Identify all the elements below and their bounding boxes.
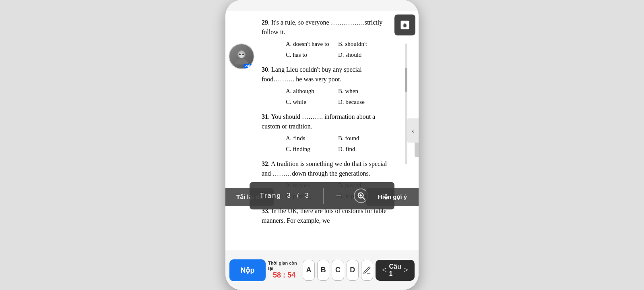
q30-option-a[interactable]: A. although — [286, 87, 330, 96]
q29-text: 29. It's a rule, so everyone …………….stric… — [262, 18, 394, 37]
question-31: 31. You should ………. information about a … — [262, 112, 394, 155]
svg-point-4 — [242, 54, 244, 55]
q30-options: A. although B. when C. while D. because — [286, 87, 394, 108]
avatar: Zalo — [229, 44, 254, 69]
timer-value: 58 : 54 — [273, 271, 295, 280]
svg-point-3 — [239, 54, 241, 55]
timer-label: Thời gian còn lại — [268, 261, 300, 271]
q29-number: 29 — [262, 19, 268, 26]
svg-line-6 — [363, 197, 365, 199]
top-bar — [225, 0, 419, 11]
q33-body: . In the UK, there are lots of customs f… — [262, 207, 386, 224]
nav-next-button[interactable]: > — [401, 265, 411, 275]
submit-button[interactable]: Nộp — [229, 259, 266, 281]
toolbar-page-info: Trang 3 / 3 — [253, 192, 316, 200]
q31-option-a[interactable]: A. finds — [286, 134, 330, 143]
content-area: Zalo ‹ 29. It's a rule, so everyone …………… — [225, 11, 419, 250]
total-pages: 3 — [305, 192, 310, 199]
q29-options: A. doesn't have to B. shouldn't C. has t… — [286, 39, 394, 61]
scrollbar-track[interactable] — [405, 44, 407, 164]
q29-option-d[interactable]: D. should — [338, 50, 382, 60]
q30-text: 30. Lang Lieu couldn't buy any special f… — [262, 65, 394, 84]
q31-number: 31 — [262, 113, 268, 120]
bottom-bar: Nộp Thời gian còn lại 58 : 54 A B C D < … — [225, 250, 419, 290]
question-29: 29. It's a rule, so everyone …………….stric… — [262, 18, 394, 61]
q31-option-d[interactable]: D. find — [338, 145, 382, 154]
answer-c-button[interactable]: C — [332, 260, 344, 281]
nav-block: < Câu 1 > — [376, 260, 415, 281]
q31-body: . You should ………. information about a cu… — [262, 113, 375, 130]
q29-body: . It's a rule, so everyone …………….strictl… — [262, 19, 382, 35]
q31-text: 31. You should ………. information about a … — [262, 112, 394, 131]
nav-prev-button[interactable]: < — [380, 265, 389, 275]
q30-option-b[interactable]: B. when — [338, 87, 382, 96]
q30-option-d[interactable]: D. because — [338, 97, 382, 107]
q32-text: 32. A tradition is something we do that … — [262, 159, 394, 178]
q29-option-b[interactable]: B. shouldn't — [338, 39, 382, 49]
q32-number: 32 — [262, 160, 268, 167]
page-separator: / — [297, 192, 299, 199]
external-link-button[interactable] — [394, 14, 415, 35]
scrollbar-thumb — [405, 68, 407, 92]
current-page: 3 — [287, 192, 291, 199]
back-arrow-button[interactable]: ‹ — [407, 118, 419, 143]
zalo-badge: Zalo — [244, 64, 254, 68]
question-30: 30. Lang Lieu couldn't buy any special f… — [262, 65, 394, 108]
toolbar-divider — [323, 188, 324, 204]
q31-option-b[interactable]: B. found — [338, 134, 382, 143]
page-label: Trang — [260, 192, 281, 199]
answer-a-button[interactable]: A — [303, 260, 315, 281]
hint-button[interactable]: Hiện gợi ý — [366, 188, 419, 206]
edit-button[interactable] — [361, 260, 373, 281]
q31-options: A. finds B. found C. finding D. find — [286, 134, 394, 155]
q29-option-a[interactable]: A. doesn't have to — [286, 39, 330, 49]
timer-block: Thời gian còn lại 58 : 54 — [268, 261, 300, 280]
q31-option-c[interactable]: C. finding — [286, 145, 330, 154]
q30-number: 30 — [262, 66, 268, 73]
q30-body: . Lang Lieu couldn't buy any special foo… — [262, 66, 362, 83]
q30-option-c[interactable]: C. while — [286, 97, 330, 107]
answer-b-button[interactable]: B — [317, 260, 329, 281]
zoom-out-button[interactable]: − — [331, 191, 347, 201]
nav-label: Câu 1 — [389, 263, 401, 278]
q29-option-c[interactable]: C. has to — [286, 50, 330, 60]
answer-d-button[interactable]: D — [347, 260, 359, 281]
q32-body: . A tradition is something we do that is… — [262, 160, 387, 177]
